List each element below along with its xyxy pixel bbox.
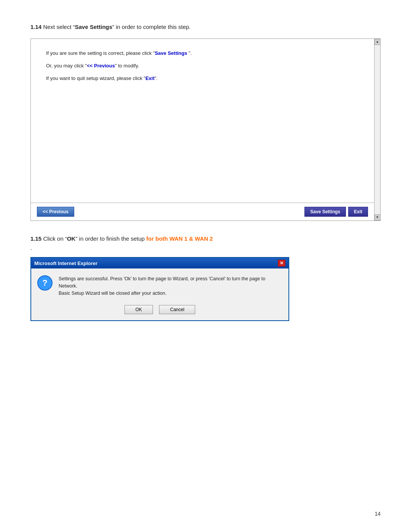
section-114-heading: 1.14 Next select “Save Settings” in orde…	[30, 23, 381, 32]
page-number: 14	[374, 511, 381, 517]
footer-right-buttons: Save Settings Exit	[304, 207, 368, 217]
scroll-up-arrow[interactable]: ▲	[374, 39, 381, 45]
dialog-message-line1: Settings are successful. Press 'Ok' to t…	[59, 276, 265, 289]
scrollbar[interactable]: ▲ ▼	[374, 39, 380, 220]
dialog-ok-button[interactable]: OK	[124, 305, 153, 314]
section-115-text-pre: Click on “	[43, 235, 67, 242]
dialog-message: Settings are successful. Press 'Ok' to t…	[59, 275, 281, 297]
section-115-highlight: for both WAN 1 & WAN 2	[146, 235, 213, 242]
previous-link[interactable]: << Previous	[87, 63, 115, 69]
section-114-bold1: Save Settings	[75, 24, 112, 30]
section-115-ok: OK	[67, 235, 76, 242]
browser-panel: ▲ ▼ If you are sure the setting is corre…	[30, 38, 381, 221]
dialog-cancel-button[interactable]: Cancel	[159, 305, 195, 314]
dialog-box: Microsoft Internet Explorer ✕ ? Settings…	[30, 257, 289, 321]
exit-button[interactable]: Exit	[348, 207, 368, 217]
section-114-number: 1.14	[30, 24, 41, 30]
scroll-down-arrow[interactable]: ▼	[374, 214, 381, 220]
instruction-line-2: Or, you may click "<< Previous" to modif…	[46, 63, 359, 69]
browser-content: If you are sure the setting is correct, …	[31, 39, 374, 199]
instruction-line-1: If you are sure the setting is correct, …	[46, 50, 359, 56]
save-settings-button[interactable]: Save Settings	[304, 207, 346, 217]
dialog-title: Microsoft Internet Explorer	[34, 260, 97, 266]
save-settings-link[interactable]: Save Settings	[155, 50, 187, 56]
dialog-close-button[interactable]: ✕	[278, 260, 285, 267]
browser-footer: << Previous Save Settings Exit	[31, 203, 374, 220]
section-114-text2: ” in order to complete this step.	[112, 24, 191, 30]
section-115-period: .	[30, 244, 381, 251]
section-115-text-post: ” in order to finish the setup	[75, 235, 146, 242]
dialog-buttons: OK Cancel	[31, 302, 288, 320]
dialog-titlebar: Microsoft Internet Explorer ✕	[31, 258, 288, 268]
dialog-body: ? Settings are successful. Press 'Ok' to…	[31, 268, 288, 302]
section-115: 1.15 Click on “OK” in order to finish th…	[30, 235, 381, 321]
section-114-text: Next select “	[43, 24, 75, 30]
section-115-number: 1.15	[30, 235, 41, 242]
instruction-line-3: If you want to quit setup wizard, please…	[46, 75, 359, 81]
dialog-message-line2: Basic Setup Wizard will be closed after …	[59, 291, 166, 296]
previous-button[interactable]: << Previous	[37, 207, 74, 217]
exit-link[interactable]: Exit	[145, 75, 155, 81]
scroll-track	[375, 45, 380, 214]
dialog-question-icon: ?	[37, 275, 53, 291]
section-115-heading: 1.15 Click on “OK” in order to finish th…	[30, 235, 381, 243]
